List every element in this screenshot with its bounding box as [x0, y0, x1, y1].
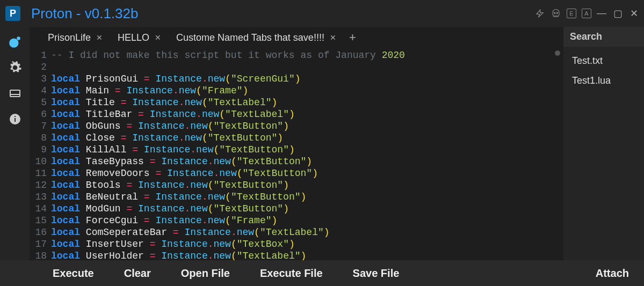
- close-icon[interactable]: ✕: [96, 33, 103, 42]
- code-line: 16local ComSeperateBar = Instance.new("T…: [30, 226, 563, 238]
- line-number: 3: [30, 73, 51, 85]
- line-number: 1: [30, 49, 51, 61]
- code-line: 3local PrisonGui = Instance.new("ScreenG…: [30, 73, 563, 85]
- tab-label: PrisonLife: [48, 32, 91, 43]
- search-result-item[interactable]: Test1.lua: [563, 71, 644, 91]
- close-button[interactable]: ✕: [629, 8, 639, 19]
- line-number: 15: [30, 215, 51, 226]
- tab-bar: PrisonLife✕HELLO✕Custome Named Tabs that…: [30, 27, 563, 48]
- sidebar: [0, 27, 30, 260]
- execute-file-button[interactable]: Execute File: [245, 260, 338, 286]
- code-line: 7local ObGuns = Instance.new("TextButton…: [30, 120, 563, 132]
- svg-rect-8: [15, 118, 16, 122]
- code-content: local TaseBypass = Instance.new("TextBut…: [51, 156, 312, 167]
- code-content: local KillAll = Instance.new("TextButton…: [51, 144, 295, 156]
- attach-button[interactable]: Attach: [581, 260, 644, 286]
- line-number: 7: [30, 120, 51, 132]
- minimize-button[interactable]: —: [597, 8, 606, 19]
- code-content: local Btools = Instance.new("TextButton"…: [51, 179, 289, 191]
- code-content: local RemoveDoors = Instance.new("TextBu…: [51, 167, 318, 179]
- code-line: 8local Close = Instance.new("TextButton"…: [30, 132, 563, 144]
- save-file-button[interactable]: Save File: [338, 260, 415, 286]
- app-logo: P: [5, 6, 20, 21]
- line-number: 17: [30, 238, 51, 250]
- search-result-item[interactable]: Test.txt: [563, 51, 644, 71]
- line-number: 2: [30, 61, 51, 73]
- bolt-icon[interactable]: [534, 8, 545, 19]
- code-line: 11local RemoveDoors = Instance.new("Text…: [30, 167, 563, 179]
- code-content: local Title = Instance.new("TextLabel"): [51, 97, 277, 108]
- code-content: local UserHolder = Instance.new("TextLab…: [51, 250, 306, 260]
- line-number: 9: [30, 144, 51, 156]
- close-icon[interactable]: ✕: [155, 33, 161, 42]
- titlebar-status-icons: E A: [534, 8, 591, 19]
- line-number: 16: [30, 226, 51, 238]
- code-line: 14local ModGun = Instance.new("TextButto…: [30, 203, 563, 215]
- tab-label: Custome Named Tabs that save!!!!: [176, 32, 324, 43]
- code-line: 10local TaseBypass = Instance.new("TextB…: [30, 156, 563, 167]
- letter-a-icon[interactable]: A: [582, 9, 591, 18]
- code-content: local ObGuns = Instance.new("TextButton"…: [51, 120, 289, 132]
- line-number: 8: [30, 132, 51, 144]
- line-number: 12: [30, 179, 51, 191]
- line-number: 4: [30, 85, 51, 97]
- code-content: local ModGun = Instance.new("TextButton"…: [51, 203, 289, 215]
- svg-point-2: [556, 12, 558, 13]
- svg-point-1: [554, 12, 555, 13]
- home-icon[interactable]: [8, 35, 22, 49]
- line-number: 5: [30, 97, 51, 108]
- info-icon[interactable]: [8, 112, 22, 126]
- gear-icon[interactable]: [8, 61, 22, 75]
- code-line: 1-- I did not make this script but it wo…: [30, 49, 563, 61]
- code-content: local PrisonGui = Instance.new("ScreenGu…: [51, 73, 301, 85]
- execute-button[interactable]: Execute: [38, 260, 109, 286]
- code-line: 6local TitleBar = Instance.new("TextLabe…: [30, 108, 563, 120]
- code-line: 18local UserHolder = Instance.new("TextL…: [30, 250, 563, 260]
- code-line: 13local BeNeutral = Instance.new("TextBu…: [30, 191, 563, 203]
- skull-icon[interactable]: [551, 8, 561, 19]
- code-line: 17local InsertUser = Instance.new("TextB…: [30, 238, 563, 250]
- open-file-button[interactable]: Open File: [166, 260, 245, 286]
- panel-icon[interactable]: [8, 86, 22, 100]
- tab-0[interactable]: PrisonLife✕: [40, 27, 110, 48]
- svg-marker-0: [537, 10, 543, 17]
- code-content: local Main = Instance.new("Frame"): [51, 85, 248, 97]
- code-line: 2: [30, 61, 563, 73]
- code-content: local InsertUser = Instance.new("TextBox…: [51, 238, 295, 250]
- svg-point-4: [17, 36, 20, 40]
- code-line: 9local KillAll = Instance.new("TextButto…: [30, 144, 563, 156]
- code-content: local Close = Instance.new("TextButton"): [51, 132, 283, 144]
- app-title: Proton - v0.1.32b: [31, 5, 534, 22]
- line-number: 11: [30, 167, 51, 179]
- code-editor[interactable]: 1-- I did not make this script but it wo…: [30, 48, 563, 260]
- line-number: 18: [30, 250, 51, 260]
- code-line: 5local Title = Instance.new("TextLabel"): [30, 97, 563, 108]
- maximize-button[interactable]: ▢: [613, 8, 623, 19]
- titlebar: P Proton - v0.1.32b E A — ▢ ✕: [0, 0, 644, 27]
- new-tab-button[interactable]: +: [344, 31, 361, 45]
- code-content: local ForceCgui = Instance.new("Frame"): [51, 215, 277, 226]
- svg-rect-9: [15, 116, 16, 117]
- tab-1[interactable]: HELLO✕: [110, 27, 169, 48]
- svg-rect-5: [10, 90, 20, 97]
- line-number: 10: [30, 156, 51, 167]
- bottom-toolbar: ExecuteClearOpen FileExecute FileSave Fi…: [0, 260, 644, 286]
- code-content: local BeNeutral = Instance.new("TextButt…: [51, 191, 306, 203]
- clear-button[interactable]: Clear: [109, 260, 166, 286]
- tab-label: HELLO: [118, 32, 149, 43]
- minimap-indicator: [555, 50, 560, 56]
- search-header: Search: [563, 27, 644, 47]
- tab-2[interactable]: Custome Named Tabs that save!!!!✕: [169, 27, 344, 48]
- line-number: 14: [30, 203, 51, 215]
- code-line: 12local Btools = Instance.new("TextButto…: [30, 179, 563, 191]
- code-line: 15local ForceCgui = Instance.new("Frame"…: [30, 215, 563, 226]
- close-icon[interactable]: ✕: [330, 33, 336, 42]
- line-number: 6: [30, 108, 51, 120]
- window-controls: — ▢ ✕: [597, 8, 639, 19]
- letter-e-icon[interactable]: E: [567, 9, 576, 18]
- code-content: local ComSeperateBar = Instance.new("Tex…: [51, 226, 330, 238]
- search-results: Test.txtTest1.lua: [563, 47, 644, 95]
- code-line: 4local Main = Instance.new("Frame"): [30, 85, 563, 97]
- main-area: PrisonLife✕HELLO✕Custome Named Tabs that…: [30, 27, 563, 260]
- code-content: local TitleBar = Instance.new("TextLabel…: [51, 108, 295, 120]
